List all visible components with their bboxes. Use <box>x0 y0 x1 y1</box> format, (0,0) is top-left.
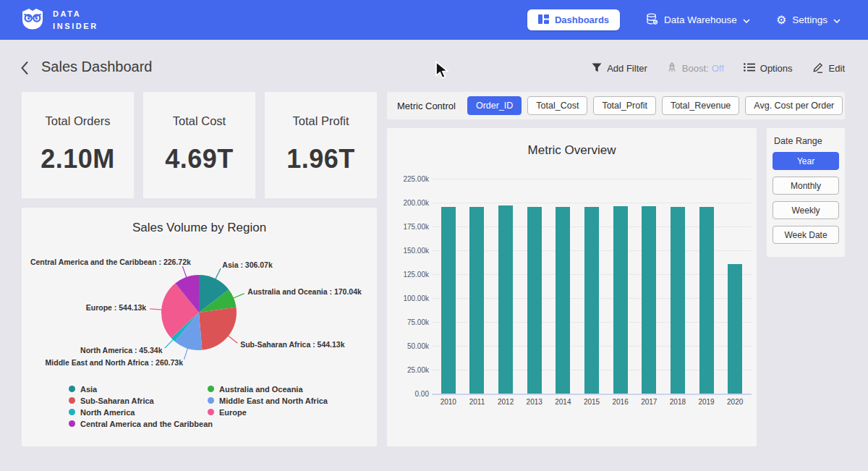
options-button[interactable]: Options <box>744 63 793 74</box>
date-range-option-year[interactable]: Year <box>773 152 839 170</box>
date-range-option-monthly[interactable]: Monthly <box>773 177 839 195</box>
brand[interactable]: DATA INSIDER <box>0 7 98 34</box>
y-axis-tick: 175.00k <box>387 223 429 231</box>
pie-label-asia: Asia : 306.07k <box>222 260 273 269</box>
legend-label: Middle East and North Africa <box>219 396 328 405</box>
legend-dot <box>69 409 75 415</box>
database-icon <box>646 13 658 27</box>
kpi-cards: Total Orders2.10MTotal Cost4.69TTotal Pr… <box>22 92 377 198</box>
chevron-down-icon <box>743 14 750 25</box>
pie-leader-line <box>165 339 174 348</box>
pie-label-central-america-and-the-caribbean: Central America and the Caribbean : 226.… <box>30 258 191 266</box>
legend-item-australia-and-oceania: Australia and Oceania <box>208 385 328 393</box>
bar-2015[interactable] <box>584 207 599 394</box>
gridline <box>432 394 752 395</box>
metric-option-total-cost[interactable]: Total_Cost <box>527 96 587 115</box>
edit-button[interactable]: Edit <box>812 61 845 75</box>
y-axis-tick: 100.00k <box>387 294 429 302</box>
metric-option-avg-cost-per-order[interactable]: Avg. Cost per Order <box>745 96 843 115</box>
metric-overview-panel: Metric Overview 225.00k200.00k175.00k150… <box>387 128 757 446</box>
nav-dashboards-button[interactable]: Dashboards <box>527 9 620 30</box>
boost-state: Off <box>712 63 724 74</box>
pie-legend-column: Australia and OceaniaMiddle East and Nor… <box>208 385 328 416</box>
bar-2018[interactable] <box>671 207 685 394</box>
legend-dot <box>208 397 214 404</box>
y-axis-tick: 150.00k <box>387 247 429 255</box>
legend-dot <box>69 420 75 427</box>
legend-item-europe: Europe <box>208 408 328 416</box>
rocket-icon <box>667 62 677 75</box>
bar-2016[interactable] <box>613 206 628 394</box>
pie-label-australia-and-oceania: Australia and Oceania : 170.04k <box>247 287 362 296</box>
metric-control-bar: Metric Control Order_IDTotal_CostTotal_P… <box>387 92 845 119</box>
metric-option-total-revenue[interactable]: Total_Revenue <box>662 96 739 115</box>
bar-2013[interactable] <box>527 207 542 394</box>
legend-label: Europe <box>219 408 247 417</box>
x-axis-tick: 2013 <box>520 398 549 406</box>
kpi-card-total-cost: Total Cost4.69T <box>143 92 255 198</box>
legend-label: Australia and Oceania <box>219 385 303 394</box>
metric-option-total-profit[interactable]: Total_Profit <box>593 96 656 115</box>
kpi-label: Total Orders <box>46 114 111 128</box>
y-axis-tick: 125.00k <box>387 271 429 279</box>
kpi-value: 2.10M <box>41 144 115 174</box>
pie-label-europe: Europe : 544.13k <box>86 303 147 312</box>
boost-toggle[interactable]: Boost: Off <box>667 62 724 75</box>
date-range-option-weekly[interactable]: Weekly <box>773 201 839 219</box>
metric-option-order-id[interactable]: Order_ID <box>467 96 522 115</box>
legend-item-middle-east-and-north-africa: Middle East and North Africa <box>208 396 328 404</box>
nav-dashboards-label: Dashboards <box>555 14 609 25</box>
pie-label-middle-east-and-north-africa: Middle East and North Africa : 260.73k <box>46 358 184 367</box>
back-button[interactable] <box>20 60 29 78</box>
legend-item-north-america: North America <box>69 408 213 416</box>
y-axis-tick: 50.00k <box>387 342 429 350</box>
x-axis-tick: 2011 <box>462 398 491 406</box>
owl-logo-icon <box>20 7 45 34</box>
chevron-down-icon <box>833 14 841 25</box>
pie-label-sub-saharan-africa: Sub-Saharan Africa : 544.13k <box>240 340 344 349</box>
options-list-icon <box>744 63 755 74</box>
legend-item-sub-saharan-africa: Sub-Saharan Africa <box>69 396 213 404</box>
page-title: Sales Dashboard <box>41 59 152 75</box>
brand-text: DATA INSIDER <box>53 8 98 32</box>
nav-data-warehouse-button[interactable]: Data Warehouse <box>646 13 750 27</box>
metric-control-label: Metric Control <box>397 101 456 111</box>
add-filter-button[interactable]: Add Filter <box>592 63 647 75</box>
page-header: Sales Dashboard Add Filter Boost: Off <box>0 55 868 82</box>
pie-leader-line <box>182 266 187 278</box>
bar-2019[interactable] <box>699 207 714 394</box>
bar-2011[interactable] <box>469 207 484 394</box>
kpi-value: 1.96T <box>286 144 355 174</box>
bar-2012[interactable] <box>498 205 513 394</box>
gridline <box>432 203 752 203</box>
bar-2010[interactable] <box>441 207 456 394</box>
bar-2014[interactable] <box>556 207 570 394</box>
x-axis-tick: 2014 <box>548 398 577 406</box>
date-range-option-week-date[interactable]: Week Date <box>773 226 839 244</box>
pie-slice-sub-saharan-africa[interactable] <box>199 307 237 350</box>
gridline <box>432 179 752 179</box>
nav-data-warehouse-label: Data Warehouse <box>664 14 737 25</box>
bar-2020[interactable] <box>728 264 742 394</box>
pencil-icon <box>812 61 824 75</box>
pie-leader-line <box>184 348 188 360</box>
pie-label-north-america: North America : 45.34k <box>80 346 163 355</box>
nav-settings-button[interactable]: ⚙ Settings <box>776 14 841 26</box>
x-axis-tick: 2019 <box>692 398 721 406</box>
y-axis-tick: 200.00k <box>387 199 429 207</box>
y-axis-tick: 75.00k <box>387 318 429 326</box>
x-axis-tick: 2015 <box>577 398 606 406</box>
bar-chart: 225.00k200.00k175.00k150.00k125.00k100.0… <box>387 128 757 446</box>
y-axis-tick: 0.00 <box>387 390 429 398</box>
date-range-panel: Date Range YearMonthlyWeeklyWeek Date <box>767 128 845 257</box>
gear-icon: ⚙ <box>776 14 786 26</box>
sales-volume-panel: Sales Volume by Region Asia : 306.07kAus… <box>22 208 377 446</box>
bar-2017[interactable] <box>642 206 656 394</box>
date-range-label: Date Range <box>774 136 839 146</box>
pie-leader-line <box>233 294 244 299</box>
pie-leader-line <box>228 336 237 344</box>
pie-leader-line <box>150 309 162 310</box>
legend-dot <box>69 386 75 392</box>
x-axis-tick: 2018 <box>663 398 692 406</box>
pie-legend-column: AsiaSub-Saharan AfricaNorth AmericaCentr… <box>69 385 213 428</box>
